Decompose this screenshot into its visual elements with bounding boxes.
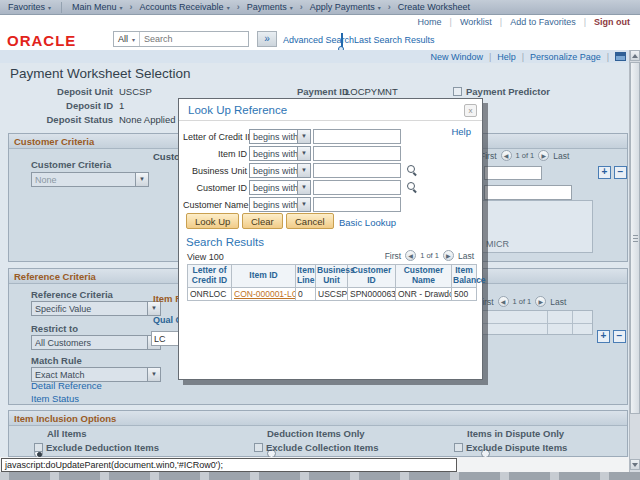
operator-value: begins with: [250, 181, 297, 194]
operator-value: begins with: [250, 130, 297, 143]
dropdown-caret-icon: ▼: [147, 368, 160, 381]
taskbar-sliver: [0, 472, 640, 480]
pager-prev-icon[interactable]: ◀: [501, 150, 512, 161]
restrict-to-select[interactable]: All Customers ▼: [31, 335, 161, 350]
basic-lookup-link[interactable]: Basic Lookup: [339, 217, 396, 228]
sign-out-link[interactable]: Sign out: [594, 17, 630, 27]
customer-id-label: Customer ID: [183, 183, 247, 193]
breadcrumb: Favorites ▾ Main Menu ▾ › Accounts Recei…: [0, 0, 640, 15]
detail-reference-link[interactable]: Detail Reference: [31, 380, 102, 391]
deposit-unit-value: USCSP: [119, 86, 152, 97]
item-status-link[interactable]: Item Status: [31, 393, 79, 404]
exclude-deduction-items-label: Exclude Deduction Items: [46, 442, 159, 453]
application-window: Favorites ▾ Main Menu ▾ › Accounts Recei…: [0, 0, 640, 480]
vertical-scrollbar[interactable]: [629, 50, 640, 472]
dropdown-caret-icon: ▾: [48, 4, 51, 11]
remove-row-button[interactable]: −: [613, 330, 626, 343]
cell-business-unit: USCSP: [316, 287, 348, 300]
customer-id-lookup-icon[interactable]: [407, 182, 418, 193]
breadcrumb-favorites[interactable]: Favorites ▾: [8, 2, 51, 12]
pager-page: 1 of 1: [420, 251, 439, 260]
remove-row-button[interactable]: −: [614, 166, 627, 179]
search-go-button[interactable]: »: [257, 31, 277, 47]
add-to-favorites-link[interactable]: Add to Favorites: [510, 17, 576, 27]
add-row-button[interactable]: +: [598, 166, 611, 179]
breadcrumb-main-menu[interactable]: Main Menu ▾: [72, 2, 123, 12]
utility-divider: |: [450, 17, 452, 27]
cell-item-balance: 500: [452, 287, 477, 300]
exclude-dispute-items-checkbox[interactable]: [454, 443, 463, 452]
breadcrumb-payments[interactable]: Payments ▾: [247, 2, 293, 12]
breadcrumb-apply-payments[interactable]: Apply Payments ▾: [310, 2, 381, 12]
item-id-label: Item ID: [183, 149, 247, 159]
reference-criteria-select[interactable]: Specific Value ▼: [31, 301, 161, 316]
field-row-customer-name: Customer Name begins with▼: [179, 197, 482, 212]
col-letter-of-credit-id: Letter of Credit ID: [188, 265, 232, 288]
view-100-link[interactable]: View 100: [187, 252, 224, 262]
deposit-id-label: Deposit ID: [10, 100, 113, 111]
dropdown-caret-icon: ▼: [297, 181, 310, 194]
pager-next-icon[interactable]: ▶: [535, 296, 546, 307]
new-window-link[interactable]: New Window: [430, 52, 483, 62]
pager-prev-icon[interactable]: ◀: [498, 296, 509, 307]
payment-predictor-checkbox[interactable]: [453, 87, 462, 96]
cell-letter-of-credit: ONRLOC: [188, 287, 232, 300]
scroll-up-button[interactable]: [630, 50, 640, 61]
pager-last[interactable]: Last: [458, 251, 474, 261]
pager-last[interactable]: Last: [553, 151, 569, 161]
scrollbar-thumb[interactable]: [630, 62, 640, 414]
payment-id-value: LOCPYMNT: [345, 86, 398, 97]
help-link[interactable]: Help: [497, 52, 516, 62]
pager-next-icon[interactable]: ▶: [443, 250, 454, 261]
clear-button[interactable]: Clear: [242, 213, 283, 229]
search-scope-select[interactable]: All ▾: [114, 32, 140, 46]
advanced-search-link[interactable]: Advanced Search: [283, 35, 354, 45]
item-reference-pager: First ◀ 1 of 1 ▶ Last: [477, 296, 566, 307]
customer-reference-input-wide[interactable]: [484, 185, 572, 200]
customer-criteria-select-value: None: [32, 173, 135, 186]
oracle-logo: ORACLE: [7, 32, 76, 49]
scrollbar-grip-icon: [633, 235, 638, 242]
worklist-link[interactable]: Worklist: [460, 17, 492, 27]
deposit-id-value: 1: [119, 100, 124, 111]
close-icon[interactable]: x: [464, 104, 477, 117]
field-row-item-id: Item ID begins with▼: [179, 146, 482, 161]
pager-last[interactable]: Last: [550, 297, 566, 307]
customer-reference-input[interactable]: [484, 166, 542, 180]
home-link[interactable]: Home: [418, 17, 442, 27]
deposit-unit-label: Deposit Unit: [10, 86, 113, 97]
field-row-business-unit: Business Unit begins with▼: [179, 163, 482, 178]
window-icon[interactable]: [615, 52, 626, 61]
breadcrumb-accounts-receivable[interactable]: Accounts Receivable ▾: [140, 2, 230, 12]
business-unit-operator-select[interactable]: begins with▼: [249, 163, 311, 178]
look-up-button[interactable]: Look Up: [186, 213, 239, 229]
item-id-operator-select[interactable]: begins with▼: [249, 146, 311, 161]
customer-name-input[interactable]: [313, 197, 401, 212]
business-unit-label: Business Unit: [183, 166, 247, 176]
business-unit-lookup-icon[interactable]: [407, 165, 418, 176]
pager-next-icon[interactable]: ▶: [538, 150, 549, 161]
personalize-page-link[interactable]: Personalize Page: [530, 52, 601, 62]
scroll-down-button[interactable]: [630, 459, 640, 470]
all-items-label: All Items: [47, 428, 87, 439]
field-row-customer-id: Customer ID begins with▼: [179, 180, 482, 195]
item-id-input[interactable]: [313, 146, 401, 161]
breadcrumb-create-worksheet[interactable]: Create Worksheet: [398, 2, 470, 12]
customer-id-input[interactable]: [313, 180, 401, 195]
exclude-deduction-items-checkbox[interactable]: [34, 443, 43, 452]
add-row-button[interactable]: +: [597, 330, 610, 343]
business-unit-input[interactable]: [313, 163, 401, 178]
letter-of-credit-id-input[interactable]: [313, 129, 401, 144]
pager-prev-icon[interactable]: ◀: [405, 250, 416, 261]
customer-name-operator-select[interactable]: begins with▼: [249, 197, 311, 212]
pager-first[interactable]: First: [385, 251, 402, 261]
search-input[interactable]: [140, 32, 248, 46]
last-search-results-link[interactable]: Last Search Results: [354, 35, 435, 45]
customer-id-operator-select[interactable]: begins with▼: [249, 180, 311, 195]
customer-criteria-select[interactable]: None ▼: [31, 172, 149, 187]
letter-of-credit-operator-select[interactable]: begins with▼: [249, 129, 311, 144]
deduction-items-only-label: Deduction Items Only: [267, 428, 365, 439]
exclude-collection-items-checkbox[interactable]: [254, 443, 263, 452]
cancel-button[interactable]: Cancel: [286, 213, 334, 229]
item-id-result-link[interactable]: CON-000001-LOC: [234, 289, 296, 299]
